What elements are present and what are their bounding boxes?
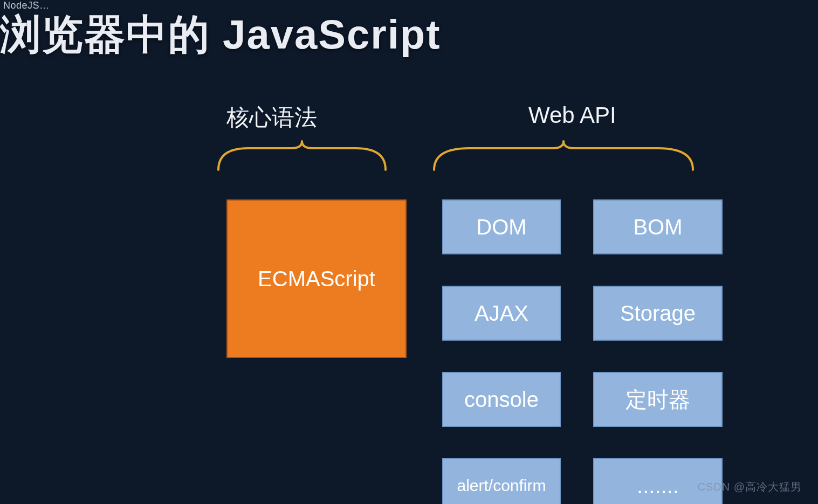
watermark-text: CSDN @高冷大猛男: [697, 480, 802, 494]
api-box-storage: Storage: [593, 286, 723, 341]
api-box-ajax: AJAX: [442, 286, 561, 341]
column-title-core-syntax: 核心语法: [226, 102, 317, 133]
column-title-web-api: Web API: [528, 102, 616, 128]
api-box-bom: BOM: [593, 199, 723, 254]
brace-icon-left: [216, 140, 388, 172]
web-api-grid: DOM BOM AJAX Storage console 定时器 alert/c…: [442, 199, 723, 504]
ecmascript-box: ECMAScript: [226, 199, 407, 358]
api-box-dom: DOM: [442, 199, 561, 254]
brace-icon-right: [431, 140, 696, 172]
slide-root: { "crumb": "NodeJS…", "title": "浏览器中的 Ja…: [0, 0, 818, 504]
api-box-console: console: [442, 372, 561, 427]
api-box-timer: 定时器: [593, 372, 723, 427]
slide-title: 浏览器中的 JavaScript: [0, 8, 441, 63]
api-box-alert-confirm: alert/confirm: [442, 458, 561, 504]
